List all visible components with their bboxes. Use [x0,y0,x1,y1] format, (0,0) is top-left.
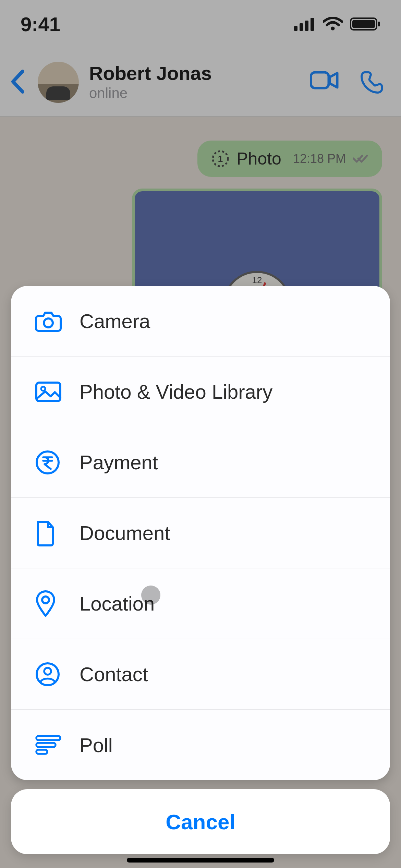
sheet-item-label: Contact [80,663,148,686]
svg-rect-20 [36,750,47,754]
svg-point-11 [44,318,53,327]
sheet-item-label: Location [80,592,155,615]
svg-rect-19 [36,743,56,747]
sheet-item-camera[interactable]: Camera [11,286,390,357]
sheet-item-label: Poll [80,734,113,757]
sheet-item-label: Camera [80,310,150,333]
sheet-item-contact[interactable]: Contact [11,639,390,710]
sheet-item-photo-library[interactable]: Photo & Video Library [11,357,390,427]
rupee-icon [35,450,60,475]
camera-icon [35,310,62,333]
document-icon [35,520,56,546]
home-indicator[interactable] [127,858,274,863]
poll-icon [35,735,62,755]
svg-point-17 [44,668,51,675]
sheet-item-label: Document [80,521,170,544]
svg-point-15 [42,596,49,603]
svg-point-13 [41,387,45,391]
sheet-item-location[interactable]: Location [11,568,390,639]
location-pin-icon [35,590,56,618]
svg-rect-18 [36,736,60,740]
cancel-label: Cancel [166,810,235,834]
attachment-sheet-container: Camera Photo & Video Library Payment [11,286,390,854]
sheet-item-payment[interactable]: Payment [11,427,390,498]
svg-rect-12 [36,383,60,401]
contact-icon [35,662,60,687]
sheet-item-document[interactable]: Document [11,498,390,568]
sheet-item-poll[interactable]: Poll [11,710,390,780]
sheet-item-label: Payment [80,451,158,474]
cancel-button[interactable]: Cancel [11,789,390,854]
image-gallery-icon [35,381,62,402]
attachment-sheet: Camera Photo & Video Library Payment [11,286,390,780]
sheet-item-label: Photo & Video Library [80,380,272,403]
